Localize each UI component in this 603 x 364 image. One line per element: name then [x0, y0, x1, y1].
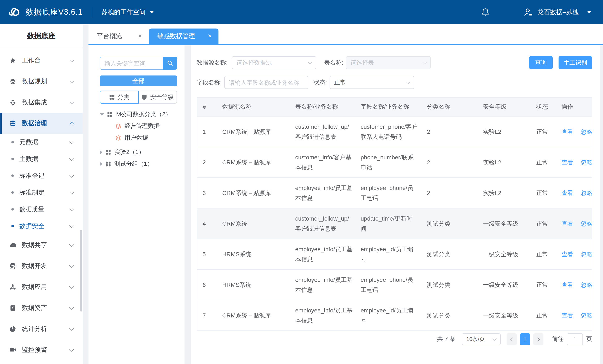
svg-text:¥: ¥ — [12, 306, 14, 310]
filter-row-2: 字段名称: 状态: 正常 — [197, 76, 592, 89]
grid-icon — [107, 112, 113, 117]
view-link[interactable]: 查看 — [561, 312, 573, 319]
chevron-down-icon — [70, 326, 74, 331]
cell-actions: 查看 忽略 — [556, 188, 592, 198]
ignore-link[interactable]: 忽略 — [581, 189, 592, 196]
notification-bell-icon[interactable] — [480, 7, 490, 17]
view-link[interactable]: 查看 — [561, 251, 573, 258]
sidebar-item-statistical-analysis[interactable]: 统计分析 — [0, 318, 83, 339]
cell-status: 正常 — [531, 249, 556, 259]
share-nodes-icon — [10, 284, 16, 290]
ignore-link[interactable]: 忽略 — [581, 128, 592, 135]
cell-field-name: employee_id/员工编 号 — [355, 305, 421, 325]
cell-actions: 查看 忽略 — [556, 157, 592, 167]
col-header-actions: 操作 — [556, 103, 592, 111]
query-button[interactable]: 查询 — [529, 56, 553, 69]
svg-text:!: ! — [12, 348, 12, 352]
sidebar-item-master-data[interactable]: 主数据 — [0, 151, 83, 167]
col-header-datasource: 数据源名称 — [217, 103, 290, 111]
topbar: 数据底座V3.6.1 苏槐的工作空间 — [0, 0, 603, 24]
pagination-total: 共 7 条 — [437, 336, 455, 343]
view-link[interactable]: 查看 — [561, 220, 573, 227]
classification-tree: M公司数据分类（2） 经营管理数据 用户数据 — [100, 109, 177, 170]
sidebar-item-data-integration[interactable]: 数据集成 — [0, 92, 83, 113]
sidebar-item-standard-registration[interactable]: 标准登记 — [0, 167, 83, 184]
chevron-down-icon — [70, 78, 74, 83]
table-name-select[interactable]: 请选择表 — [346, 56, 431, 69]
grid-icon — [105, 149, 111, 155]
cell-status: 正常 — [531, 188, 556, 198]
status-select[interactable]: 正常 — [330, 76, 414, 89]
ignore-link[interactable]: 忽略 — [581, 220, 592, 227]
grid-icon — [109, 94, 115, 100]
field-name-input[interactable] — [224, 76, 308, 89]
cell-datasource: CRM系统－贴源库 — [217, 127, 290, 137]
cubes-icon — [10, 99, 16, 106]
shield-icon — [141, 94, 147, 100]
tree-node-business-mgmt-data[interactable]: 经营管理数据 — [100, 120, 177, 132]
ignore-link[interactable]: 忽略 — [581, 159, 592, 166]
search-button[interactable] — [163, 57, 177, 70]
chevron-down-icon — [406, 80, 410, 84]
sidebar-item-data-development[interactable]: 数据开发 — [0, 255, 83, 276]
cell-actions: 查看 忽略 — [556, 280, 592, 290]
cell-datasource: HRMS系统 — [217, 280, 290, 290]
page-1-button[interactable]: 1 — [520, 333, 530, 345]
tab-sensitive-data-management[interactable]: 敏感数据管理 ✕ — [149, 28, 219, 44]
sidebar-item-workbench[interactable]: 工作台 — [0, 50, 83, 71]
cell-index: 6 — [197, 280, 217, 290]
next-page-button[interactable] — [533, 333, 544, 345]
sidebar-item-data-sharing[interactable]: 数据共享 — [0, 235, 83, 255]
topbar-divider — [92, 7, 92, 18]
sidebar-scrollbar[interactable] — [80, 230, 82, 312]
sidebar-item-label: 数据开发 — [22, 262, 47, 270]
datasource-select-placeholder: 请选择数据源 — [236, 59, 272, 67]
cell-actions: 查看 忽略 — [556, 127, 592, 137]
cell-field-name: employee_id/员工编 号 — [355, 244, 421, 264]
caret-down-icon — [587, 11, 591, 13]
view-link[interactable]: 查看 — [561, 159, 573, 166]
keyword-search-input[interactable] — [100, 57, 163, 70]
prev-page-button[interactable] — [507, 333, 517, 345]
sidebar-item-data-governance[interactable]: 数据治理 — [0, 113, 83, 134]
toggle-security-level[interactable]: 安全等级 — [139, 91, 177, 104]
close-icon[interactable]: ✕ — [138, 33, 142, 39]
goto-page-input[interactable] — [567, 333, 583, 345]
close-icon[interactable]: ✕ — [208, 33, 212, 39]
sidebar-item-data-quality[interactable]: 数据质量 — [0, 201, 83, 218]
bullet-icon — [11, 175, 14, 177]
tab-label: 平台概览 — [97, 32, 122, 40]
tree-node-test-group[interactable]: 测试分组（1） — [100, 158, 177, 170]
ignore-link[interactable]: 忽略 — [581, 282, 592, 288]
chevron-down-icon — [70, 173, 74, 178]
layers-icon — [115, 123, 121, 129]
all-button[interactable]: 全部 — [100, 75, 177, 86]
ignore-link[interactable]: 忽略 — [581, 312, 592, 319]
sidebar-item-data-assets[interactable]: ¥ 数据资产 — [0, 297, 83, 318]
ignore-link[interactable]: 忽略 — [581, 251, 592, 258]
cell-status: 正常 — [531, 310, 556, 320]
manual-identify-button[interactable]: 手工识别 — [558, 56, 592, 69]
sidebar-item-data-application[interactable]: 数据应用 — [0, 276, 83, 297]
sidebar-item-metadata[interactable]: 元数据 — [0, 134, 83, 151]
sidebar-item-monitoring-alert[interactable]: ! 监控预警 — [0, 339, 83, 360]
page-size-select[interactable]: 10条/页 — [462, 333, 501, 345]
datasource-select[interactable]: 请选择数据源 — [232, 56, 316, 69]
grid-icon — [105, 161, 111, 167]
view-link[interactable]: 查看 — [561, 282, 573, 288]
tree-node-experiment2[interactable]: 实验2（1） — [100, 146, 177, 158]
sidebar-item-data-security[interactable]: 数据安全 — [0, 218, 83, 235]
tab-platform-overview[interactable]: 平台概览 ✕ — [89, 28, 149, 44]
cell-classification: 测试分类 — [421, 249, 478, 259]
toggle-classify[interactable]: 分类 — [100, 91, 139, 104]
view-link[interactable]: 查看 — [561, 189, 573, 196]
view-link[interactable]: 查看 — [561, 128, 573, 135]
tree-node-user-data[interactable]: 用户数据 — [100, 132, 177, 144]
sidebar-item-standard-formulation[interactable]: 标准制定 — [0, 184, 83, 201]
sidebar-heading: 数据底座 — [0, 24, 83, 47]
tree-node-m-company[interactable]: M公司数据分类（2） — [100, 109, 177, 120]
user-menu[interactable]: 龙石数据–苏槐 — [523, 7, 591, 17]
goto-label: 前往 — [552, 336, 564, 343]
workspace-selector[interactable]: 苏槐的工作空间 — [102, 8, 154, 16]
sidebar-item-data-planning[interactable]: 数据规划 — [0, 71, 83, 92]
